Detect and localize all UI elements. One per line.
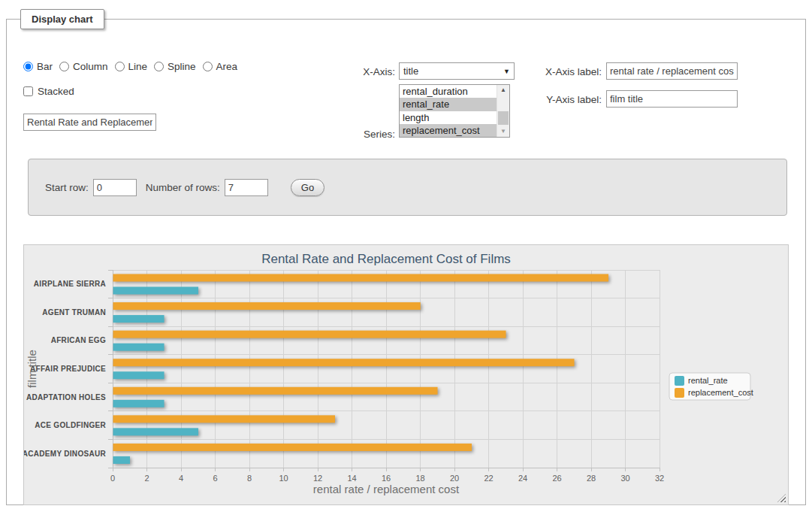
chart-type-radio-group: BarColumnLineSplineArea bbox=[23, 61, 244, 72]
x-tick-label: 0 bbox=[110, 474, 115, 483]
chart-container: 02468101214161820222426283032AIRPLANE SI… bbox=[23, 244, 789, 505]
radio-label: Spline bbox=[168, 61, 196, 72]
bar-rental_rate[interactable] bbox=[113, 371, 165, 379]
chart-title-input[interactable] bbox=[23, 114, 156, 131]
stacked-row: Stacked bbox=[23, 86, 74, 97]
category-label: AGENT TRUMAN bbox=[42, 308, 106, 317]
radio-label: Column bbox=[73, 61, 108, 72]
bar-replacement_cost[interactable] bbox=[113, 387, 438, 395]
chart-canvas: 02468101214161820222426283032AIRPLANE SI… bbox=[24, 245, 788, 504]
x-tick-label: 22 bbox=[484, 474, 493, 483]
fieldset-legend: Display chart bbox=[20, 9, 104, 29]
x-tick-label: 12 bbox=[313, 474, 322, 483]
bar-rental_rate[interactable] bbox=[113, 315, 165, 323]
start-row-input[interactable] bbox=[93, 179, 137, 196]
start-row-label: Start row: bbox=[45, 182, 89, 193]
x-tick-label: 26 bbox=[552, 474, 561, 483]
legend-label: rental_rate bbox=[688, 376, 728, 385]
category-label: ACE GOLDFINGER bbox=[35, 421, 106, 429]
bar-replacement_cost[interactable] bbox=[113, 359, 575, 366]
radio-label: Area bbox=[216, 61, 238, 72]
bar-replacement_cost[interactable] bbox=[113, 302, 421, 310]
x-tick-label: 10 bbox=[279, 474, 288, 483]
x-axis-label-input[interactable] bbox=[606, 62, 738, 80]
x-tick-label: 14 bbox=[347, 474, 356, 483]
x-tick-label: 32 bbox=[655, 474, 664, 483]
radio-input-spline[interactable] bbox=[154, 62, 164, 71]
bar-replacement_cost[interactable] bbox=[113, 274, 609, 282]
chart-type-radio-spline[interactable]: Spline bbox=[154, 61, 196, 72]
series-option-rental_duration[interactable]: rental_duration bbox=[400, 85, 497, 98]
bar-rental_rate[interactable] bbox=[113, 456, 131, 464]
series-select-label: Series: bbox=[307, 129, 395, 140]
radio-input-bar[interactable] bbox=[23, 62, 33, 71]
y-axis-label-input[interactable] bbox=[606, 90, 738, 108]
go-button[interactable]: Go bbox=[291, 179, 324, 196]
category-label: AIRPLANE SIERRA bbox=[34, 280, 106, 288]
x-tick-label: 28 bbox=[587, 474, 596, 483]
bar-rental_rate[interactable] bbox=[113, 400, 165, 407]
y-axis-title: film title bbox=[26, 350, 38, 388]
bar-replacement_cost[interactable] bbox=[113, 444, 472, 451]
chart-title: Rental Rate and Replacement Cost of Film… bbox=[261, 252, 511, 266]
bar-rental_rate[interactable] bbox=[113, 287, 199, 295]
series-scrollbar[interactable]: ▲ ▼ bbox=[497, 85, 509, 137]
scrollbar-thumb[interactable] bbox=[498, 111, 509, 125]
x-axis-select-label: X-Axis: bbox=[307, 66, 395, 77]
radio-label: Line bbox=[128, 61, 148, 72]
x-tick-label: 4 bbox=[179, 474, 183, 483]
radio-input-line[interactable] bbox=[115, 62, 125, 71]
series-options-list: rental_durationrental_ratelengthreplacem… bbox=[400, 85, 497, 137]
bar-replacement_cost[interactable] bbox=[113, 415, 336, 423]
x-tick-label: 24 bbox=[518, 474, 527, 483]
num-rows-input[interactable] bbox=[225, 179, 268, 196]
chart-legend: rental_ratereplacement_cost bbox=[669, 373, 753, 400]
chart-type-radio-bar[interactable]: Bar bbox=[23, 61, 53, 72]
x-tick-label: 2 bbox=[144, 474, 149, 483]
bar-rental_rate[interactable] bbox=[113, 344, 165, 351]
series-option-rental_rate[interactable]: rental_rate bbox=[400, 98, 497, 111]
x-tick-label: 18 bbox=[415, 474, 424, 483]
x-axis-title: rental rate / replacement cost bbox=[313, 483, 460, 495]
category-label: ADAPTATION HOLES bbox=[26, 393, 106, 401]
bar-rental_rate[interactable] bbox=[113, 428, 199, 435]
legend-item-rental_rate[interactable]: rental_rate bbox=[675, 376, 728, 386]
legend-label: replacement_cost bbox=[688, 388, 753, 397]
y-axis-label-label: Y-Axis label: bbox=[488, 94, 602, 105]
scroll-down-icon[interactable]: ▼ bbox=[497, 126, 509, 137]
radio-input-column[interactable] bbox=[59, 62, 69, 71]
display-chart-fieldset: Display chart BarColumnLineSplineArea St… bbox=[6, 9, 806, 505]
legend-swatch bbox=[675, 376, 684, 386]
radio-label: Bar bbox=[37, 61, 53, 72]
x-tick-label: 6 bbox=[213, 474, 217, 483]
x-tick-label: 8 bbox=[247, 474, 252, 483]
chart-type-radio-line[interactable]: Line bbox=[115, 61, 148, 72]
chart-type-radio-area[interactable]: Area bbox=[203, 61, 238, 72]
x-tick-label: 16 bbox=[382, 474, 391, 483]
x-axis-label-label: X-Axis label: bbox=[488, 66, 602, 77]
series-multiselect[interactable]: rental_durationrental_ratelengthreplacem… bbox=[399, 84, 510, 138]
category-label: ACADEMY DINOSAUR bbox=[24, 450, 106, 458]
x-tick-label: 30 bbox=[620, 474, 629, 483]
x-tick-label: 20 bbox=[450, 474, 459, 483]
stacked-label: Stacked bbox=[38, 86, 74, 97]
series-option-replacement_cost[interactable]: replacement_cost bbox=[400, 124, 497, 137]
bar-replacement_cost[interactable] bbox=[113, 331, 506, 338]
num-rows-label: Number of rows: bbox=[146, 182, 220, 193]
row-range-panel: Start row: Number of rows: Go bbox=[28, 159, 787, 216]
legend-swatch bbox=[675, 388, 684, 398]
category-label: AFFAIR PREJUDICE bbox=[30, 365, 106, 373]
chart-type-radio-column[interactable]: Column bbox=[59, 61, 108, 72]
radio-input-area[interactable] bbox=[203, 62, 213, 71]
stacked-checkbox[interactable] bbox=[23, 86, 33, 96]
category-label: AFRICAN EGG bbox=[51, 336, 106, 344]
series-option-length[interactable]: length bbox=[400, 111, 497, 124]
